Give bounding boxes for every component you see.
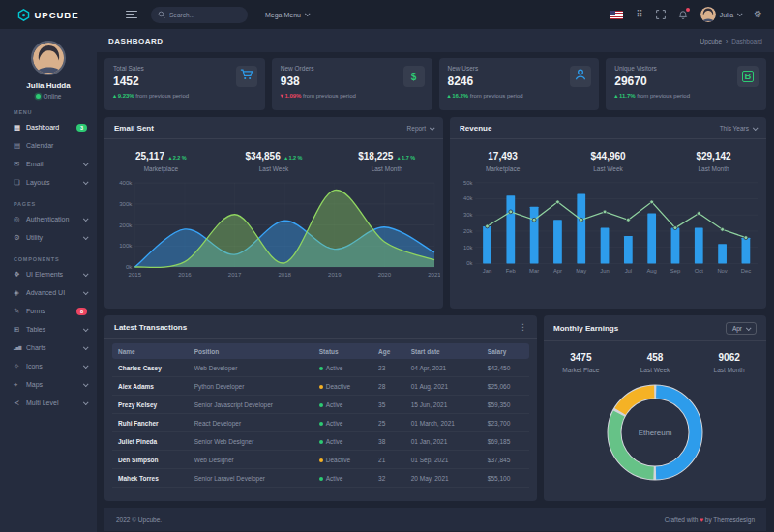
svg-text:Sep: Sep	[670, 268, 680, 274]
column-header-status[interactable]: Status	[313, 343, 372, 359]
bitcoin-icon: B	[742, 71, 755, 83]
column-header-start-date[interactable]: Start date	[405, 343, 482, 359]
status-dot-icon	[319, 440, 323, 444]
cell-position: React Developer	[189, 414, 313, 432]
cell-status: Active	[313, 396, 372, 414]
notifications-bell-icon[interactable]	[678, 10, 688, 20]
user-status-label: Online	[44, 93, 62, 100]
stat-delta: ▾ 1.09% from previous period	[281, 92, 424, 99]
sidebar-item-utility[interactable]: ⚙Utility	[0, 228, 97, 247]
revenue-panel: Revenue This Years 17,493Marketplace$44,…	[450, 117, 766, 309]
nav-label: Calendar	[26, 142, 53, 149]
svg-text:Dec: Dec	[741, 268, 751, 274]
footer: 2022 © Upcube. Crafted with ♥ by Themesd…	[104, 508, 766, 531]
sidebar-item-multi-level[interactable]: ≺Multi Level	[0, 394, 97, 412]
column-header-age[interactable]: Age	[372, 343, 405, 359]
sidebar-item-email[interactable]: ✉Email	[0, 155, 97, 173]
cell-start-date: 01 March, 2021	[405, 414, 482, 432]
cell-salary: $42,450	[482, 359, 529, 377]
logo[interactable]: UPCUBE	[0, 9, 97, 21]
stat-delta: ▴ 9.23% from previous period	[113, 92, 256, 99]
breadcrumb-root-link[interactable]: Upcube	[700, 38, 722, 44]
sidebar-item-dashboard[interactable]: ▦Dashboard3	[0, 118, 97, 136]
svg-text:2020: 2020	[378, 272, 392, 278]
svg-text:Jan: Jan	[483, 268, 491, 274]
settings-gear-icon[interactable]: ⚙	[754, 10, 762, 19]
cell-status: Deactive	[313, 377, 372, 396]
ui-elements-icon: ❖	[14, 270, 26, 279]
svg-text:2017: 2017	[228, 272, 242, 278]
sidebar-item-advanced-ui[interactable]: ◈Advanced UI	[0, 283, 97, 302]
chevron-down-icon	[83, 344, 89, 350]
breadcrumb-separator: ›	[726, 38, 728, 44]
chevron-down-icon	[83, 399, 89, 405]
chevron-down-icon	[83, 381, 89, 387]
chart-stat-value: $34,856	[246, 151, 281, 162]
chevron-down-icon	[83, 179, 89, 185]
cell-position: Senior Web Designer	[189, 432, 313, 451]
chart-stat-label: Last Month	[330, 165, 443, 172]
search-input[interactable]	[169, 12, 237, 18]
sidebar-item-tables[interactable]: ⊞Tables	[0, 320, 97, 339]
svg-text:Jul: Jul	[625, 268, 632, 274]
sidebar-item-charts[interactable]: ▂▅▇Charts	[0, 339, 97, 357]
svg-text:Mar: Mar	[529, 268, 539, 274]
chevron-down-icon	[83, 234, 89, 240]
footer-credit: Crafted with ♥ by Themesdesign	[665, 517, 755, 523]
chevron-down-icon	[83, 271, 89, 277]
apps-grid-icon[interactable]: ⠿	[636, 10, 642, 19]
nav-label: Multi Level	[26, 399, 58, 406]
column-header-name[interactable]: Name	[112, 343, 189, 359]
menu-toggle-icon[interactable]	[126, 9, 137, 21]
cell-status: Active	[313, 432, 372, 451]
this-years-dropdown[interactable]: This Years	[720, 125, 757, 132]
sidebar-item-maps[interactable]: ⌖Maps	[0, 375, 97, 394]
column-header-position[interactable]: Position	[189, 343, 313, 359]
authentication-icon: ◎	[14, 215, 26, 223]
fullscreen-icon[interactable]	[656, 10, 666, 19]
table-row: Prezy KelseySenior Javascript DeveloperA…	[112, 396, 529, 414]
stat-value: 29670	[614, 74, 758, 88]
cell-name: Charles Casey	[112, 359, 189, 377]
cell-salary: $59,350	[482, 396, 529, 414]
page-title-bar: DASHBOARD Upcube › Dashboard	[97, 29, 774, 52]
table-row: Alex AdamsPython DeveloperDeactive2801 A…	[112, 377, 529, 396]
stat-icon-box: B	[737, 66, 759, 87]
latest-transactions-title: Latest Transactions	[114, 323, 187, 332]
sidebar-item-calendar[interactable]: ▤Calendar	[0, 136, 97, 155]
stat-value: 938	[281, 74, 424, 88]
sidebar-item-authentication[interactable]: ◎Authentication	[0, 210, 97, 228]
chart-stat: 458Last Week	[618, 347, 693, 373]
user-menu[interactable]: Julia	[700, 7, 741, 22]
cell-age: 28	[372, 377, 405, 396]
nav-label: Maps	[26, 381, 43, 388]
mega-menu-button[interactable]: Mega Menu	[265, 12, 309, 18]
status-dot-icon	[319, 403, 323, 407]
language-flag-icon[interactable]	[610, 11, 623, 19]
chevron-down-icon	[83, 326, 89, 332]
sidebar-item-forms[interactable]: ✎Forms8	[0, 302, 97, 320]
stat-icon-box: $	[403, 66, 425, 87]
nav-label: Tables	[26, 326, 45, 333]
report-dropdown[interactable]: Report	[407, 125, 434, 132]
column-header-salary[interactable]: Salary	[482, 343, 529, 359]
calendar-icon: ▤	[14, 141, 26, 150]
chart-stat-label: Marketplace	[450, 165, 555, 172]
cell-status: Deactive	[313, 451, 372, 469]
more-options-icon[interactable]: ⋮	[519, 322, 527, 332]
svg-text:2016: 2016	[178, 272, 192, 278]
cell-start-date: 15 Jun, 2021	[405, 396, 482, 414]
month-dropdown[interactable]: Apr	[726, 322, 757, 335]
online-status-icon	[36, 94, 41, 99]
sidebar-item-icons[interactable]: ✧Icons	[0, 357, 97, 375]
nav-label: Forms	[26, 308, 45, 314]
chart-stat-value: $18,225	[358, 151, 393, 162]
stat-cards-row: Total Sales1452▴ 9.23% from previous per…	[104, 58, 766, 110]
sidebar-item-layouts[interactable]: ❏Layouts	[0, 173, 97, 192]
sidebar-item-ui-elements[interactable]: ❖UI Elements	[0, 265, 97, 283]
svg-text:30k: 30k	[463, 212, 472, 218]
revenue-chart: 0k10k20k30k40k50kJanFebMarAprMayJunJulAu…	[453, 175, 763, 282]
cell-salary: $23,700	[482, 414, 529, 432]
chart-stat-value: 3475	[570, 352, 591, 363]
status-dot-icon	[319, 367, 323, 370]
